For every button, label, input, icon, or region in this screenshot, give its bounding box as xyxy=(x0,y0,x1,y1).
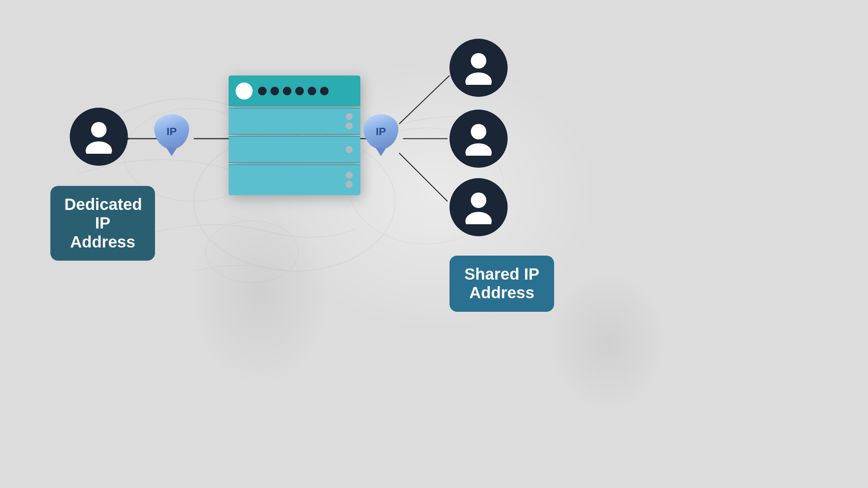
person-icon xyxy=(463,51,494,85)
shared-line1: Shared IP xyxy=(464,265,539,283)
shared-ip-label: Shared IP Address xyxy=(450,256,554,312)
person-icon xyxy=(463,190,494,224)
shared-user-avatar-bottom xyxy=(450,178,508,236)
svg-point-17 xyxy=(465,212,492,224)
svg-point-14 xyxy=(471,124,486,139)
svg-point-11 xyxy=(86,141,112,154)
dedicated-user-avatar xyxy=(70,108,128,166)
person-icon xyxy=(83,120,114,154)
svg-point-12 xyxy=(471,53,486,69)
server-dot xyxy=(295,87,304,95)
server xyxy=(229,76,360,199)
svg-point-10 xyxy=(91,122,107,137)
dedicated-ip-label: Dedicated IP Address xyxy=(50,186,155,261)
dedicated-line2: Address xyxy=(70,233,135,251)
server-indicator xyxy=(346,181,353,188)
server-dot xyxy=(320,87,329,95)
server-indicator xyxy=(346,172,353,179)
ip-badge-left: IP xyxy=(154,114,189,149)
server-indicator xyxy=(346,122,353,129)
server-slot-2 xyxy=(229,136,360,163)
server-dot xyxy=(308,87,316,95)
shared-line2: Address xyxy=(469,284,534,302)
ip-label-right: IP xyxy=(376,125,386,138)
person-icon xyxy=(463,122,494,156)
server-slot-1 xyxy=(229,108,360,135)
ip-drop-shape-right: IP xyxy=(363,114,398,149)
server-indicator xyxy=(346,146,353,153)
server-dot xyxy=(283,87,291,95)
ip-drop-shape-left: IP xyxy=(154,114,189,149)
ip-badge-right: IP xyxy=(363,114,398,149)
server-indicator xyxy=(346,113,353,120)
svg-point-16 xyxy=(471,192,486,208)
shared-user-avatar-top xyxy=(450,39,508,97)
server-slot-3 xyxy=(229,164,360,195)
dedicated-line1: Dedicated IP xyxy=(64,195,142,232)
shared-user-avatar-middle xyxy=(450,110,508,168)
server-power-light xyxy=(236,82,253,100)
server-dot xyxy=(258,87,267,95)
svg-point-13 xyxy=(465,72,492,85)
server-dot xyxy=(270,87,279,95)
server-dots xyxy=(258,87,329,95)
ip-label-left: IP xyxy=(167,125,177,138)
svg-point-15 xyxy=(465,143,492,156)
server-top xyxy=(229,76,360,107)
